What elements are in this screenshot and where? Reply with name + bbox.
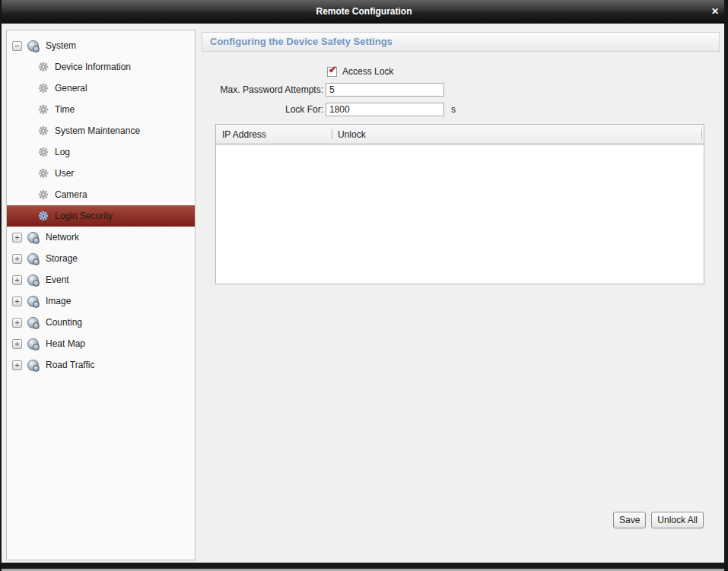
- column-divider[interactable]: [332, 129, 332, 139]
- module-globe-icon: [27, 317, 39, 328]
- window-title: Remote Configuration: [0, 0, 728, 23]
- module-globe-icon: [27, 296, 39, 307]
- gear-icon: [38, 62, 49, 72]
- sidebar-item-counting[interactable]: + Counting: [7, 312, 195, 333]
- expand-icon[interactable]: +: [12, 254, 22, 264]
- max-password-attempts-row: Max. Password Attempts:: [199, 83, 444, 97]
- sidebar-item-camera[interactable]: Camera: [7, 184, 195, 205]
- gear-icon: [38, 147, 49, 157]
- expand-icon[interactable]: +: [12, 297, 22, 306]
- close-icon[interactable]: ✕: [711, 0, 719, 23]
- access-lock-checkbox[interactable]: ✔: [327, 67, 337, 77]
- gear-icon: [38, 83, 49, 94]
- checkmark-icon: ✔: [329, 65, 337, 75]
- sidebar-item-storage[interactable]: + Storage: [7, 248, 195, 269]
- expand-icon[interactable]: +: [12, 339, 22, 349]
- sidebar-item-system-maintenance[interactable]: System Maintenance: [7, 120, 195, 141]
- seconds-unit-label: s: [451, 104, 456, 115]
- save-button[interactable]: Save: [613, 512, 646, 528]
- column-header-ip-address[interactable]: IP Address: [216, 129, 332, 140]
- module-globe-icon: [27, 274, 39, 286]
- module-globe-icon: [27, 40, 39, 52]
- max-password-attempts-input[interactable]: [326, 83, 444, 97]
- column-header-unlock[interactable]: Unlock: [338, 129, 366, 140]
- expand-icon[interactable]: +: [12, 275, 22, 285]
- expand-icon[interactable]: +: [12, 233, 22, 243]
- gear-icon: [38, 168, 49, 179]
- module-globe-icon: [27, 338, 39, 350]
- module-globe-icon: [27, 232, 39, 243]
- lock-for-label: Lock For:: [199, 104, 323, 115]
- table-body-empty: [216, 144, 704, 284]
- module-globe-icon: [27, 253, 39, 265]
- lock-for-row: Lock For: s: [199, 103, 456, 116]
- lock-for-input[interactable]: [326, 103, 444, 116]
- settings-panel: Configuring the Device Safety Settings ✔…: [199, 24, 721, 563]
- access-lock-row: ✔ Access Lock: [327, 66, 393, 77]
- sidebar-item-log[interactable]: Log: [7, 141, 195, 163]
- sidebar-item-general[interactable]: General: [7, 78, 195, 99]
- sidebar-item-event[interactable]: + Event: [7, 269, 195, 290]
- sidebar-item-user[interactable]: User: [7, 163, 195, 184]
- access-lock-label: Access Lock: [342, 66, 393, 77]
- title-bar: Remote Configuration ✕: [0, 0, 728, 24]
- module-globe-icon: [27, 360, 39, 371]
- gear-icon: [38, 125, 49, 136]
- sidebar-item-login-security[interactable]: Login Security: [7, 205, 195, 227]
- locked-ip-table: IP Address Unlock: [215, 124, 704, 284]
- page-title: Configuring the Device Safety Settings: [202, 32, 720, 52]
- sidebar-item-network[interactable]: + Network: [7, 227, 195, 248]
- expand-icon[interactable]: +: [12, 318, 22, 328]
- settings-tree: − System Device Information General Time…: [6, 30, 196, 560]
- sidebar-item-image[interactable]: + Image: [7, 290, 195, 312]
- action-buttons: Save Unlock All: [613, 512, 704, 528]
- max-password-attempts-label: Max. Password Attempts:: [199, 84, 323, 95]
- remote-configuration-window: Remote Configuration ✕ − System Device I…: [0, 0, 728, 571]
- gear-icon: [38, 189, 49, 200]
- window-bottom-frame: [0, 563, 728, 569]
- gear-icon: [38, 104, 49, 115]
- sidebar-item-heat-map[interactable]: + Heat Map: [7, 333, 195, 354]
- collapse-icon[interactable]: −: [12, 41, 22, 51]
- gear-icon: [38, 211, 49, 221]
- table-header-row: IP Address Unlock: [216, 125, 704, 144]
- unlock-all-button[interactable]: Unlock All: [651, 512, 704, 528]
- sidebar-item-device-information[interactable]: Device Information: [7, 56, 195, 78]
- expand-icon[interactable]: +: [12, 360, 22, 370]
- sidebar-item-road-traffic[interactable]: + Road Traffic: [7, 354, 195, 376]
- sidebar-item-system[interactable]: − System: [7, 35, 195, 56]
- sidebar-item-time[interactable]: Time: [7, 99, 195, 120]
- column-divider: [701, 129, 702, 139]
